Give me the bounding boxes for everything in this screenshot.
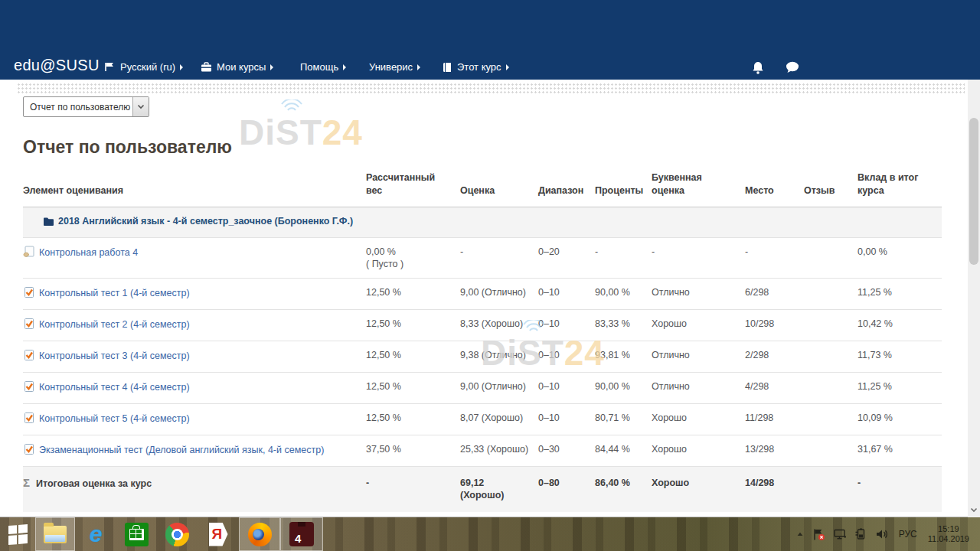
page-title: Отчет по пользователю [23, 137, 232, 158]
percent-value: 83,33 % [595, 310, 652, 341]
app-4-icon: 4 [289, 522, 314, 546]
percent-value: 90,00 % [595, 279, 652, 310]
file-explorer-icon [44, 526, 67, 543]
chevron-right-icon [270, 64, 273, 70]
chevron-down-icon [137, 104, 145, 109]
chevron-right-icon [506, 64, 509, 70]
windows-store-icon [125, 523, 149, 546]
contribution-value: - [858, 467, 942, 513]
windows-store-button[interactable] [116, 517, 156, 551]
chevron-right-icon [417, 64, 420, 70]
app-4-button[interactable]: 4 [280, 517, 323, 551]
firefox-icon [248, 523, 272, 546]
scrollbar-thumb[interactable] [969, 118, 978, 265]
flag-icon [105, 62, 116, 72]
letter-value: Хорошо [652, 310, 745, 341]
tray-expand-icon[interactable] [795, 530, 805, 539]
action-center-icon[interactable] [812, 528, 825, 541]
contribution-value: 0,00 % [858, 238, 942, 279]
table-row: Контрольная работа 4 0,00 %( Пусто ) - 0… [23, 238, 942, 279]
grade-value: - [460, 238, 538, 279]
percent-value: 80,71 % [595, 404, 652, 435]
contribution-value: 10,42 % [858, 310, 942, 341]
vertical-scrollbar[interactable] [968, 80, 980, 517]
yandex-browser-icon: Я [209, 523, 228, 546]
grade-item-link[interactable]: Контрольная работа 4 [39, 247, 138, 258]
feedback-value [804, 238, 858, 279]
language-indicator[interactable]: РУС [896, 529, 920, 540]
notifications-button[interactable] [752, 61, 764, 77]
feedback-value [804, 279, 858, 310]
grade-item-link[interactable]: Контрольный тест 5 (4-й семестр) [39, 413, 190, 424]
course-group-title: 2018 Английский язык - 4-й семестр_заочн… [58, 216, 353, 227]
range-value: 0–80 [538, 467, 595, 513]
letter-value: Хорошо [652, 467, 745, 513]
nav-univeris-label: Универис [369, 61, 413, 73]
range-value: 0–10 [538, 279, 595, 310]
nav-my-courses-menu[interactable]: Мои курсы [201, 61, 273, 73]
letter-value: Хорошо [652, 435, 745, 467]
network-icon[interactable] [833, 528, 847, 540]
table-row: Контрольный тест 3 (4-й семестр) 12,50 %… [23, 341, 942, 373]
yandex-browser-button[interactable]: Я [198, 517, 239, 551]
scrollbar-down-button[interactable] [969, 504, 978, 515]
rank-value: 6/298 [745, 279, 804, 310]
weight-value: 37,50 % [366, 443, 451, 455]
range-value: 0–30 [538, 435, 595, 467]
letter-value: Отлично [652, 373, 745, 404]
grade-item-link[interactable]: Контрольный тест 1 (4-й семестр) [39, 288, 190, 298]
select-dropdown-button[interactable] [132, 97, 149, 116]
letter-value: Отлично [652, 341, 745, 373]
weight-value: 12,50 % [366, 412, 451, 424]
rank-value: 2/298 [745, 341, 804, 373]
weight-value: - [366, 467, 460, 513]
bell-icon [752, 64, 764, 77]
table-row: Контрольный тест 5 (4-й семестр) 12,50 %… [23, 404, 942, 435]
start-button[interactable] [0, 517, 35, 551]
rank-value: 14/298 [745, 467, 804, 513]
quiz-icon [23, 318, 35, 333]
nav-this-course-menu[interactable]: Этот курс [443, 61, 509, 73]
messages-button[interactable] [786, 61, 799, 77]
weight-value: 12,50 % [366, 286, 451, 298]
grade-item-link[interactable]: Контрольный тест 4 (4-й семестр) [39, 382, 190, 393]
book-icon [443, 62, 452, 73]
sigma-icon: Σ [23, 476, 30, 489]
chrome-icon [165, 523, 189, 546]
report-type-select[interactable]: Отчет по пользователю [23, 96, 149, 117]
nav-help-menu[interactable]: Помощь [300, 61, 346, 73]
letter-value: - [652, 238, 745, 279]
range-value: 0–10 [538, 341, 595, 373]
feedback-value [804, 373, 858, 404]
watermark-text-orange: 24 [322, 112, 363, 152]
chrome-button[interactable] [156, 517, 198, 551]
rank-value: 10/298 [745, 310, 804, 341]
internet-explorer-icon: e [90, 523, 103, 546]
col-calculated-weight: Рассчитанный вес [366, 168, 460, 207]
taskbar-clock[interactable]: 15:19 11.04.2019 [928, 524, 972, 544]
battery-icon[interactable] [854, 528, 867, 540]
feedback-value [804, 435, 858, 467]
firefox-button[interactable] [239, 517, 280, 551]
internet-explorer-button[interactable]: e [75, 517, 116, 551]
percent-value: 84,44 % [595, 435, 652, 467]
chevron-right-icon [180, 64, 183, 70]
contribution-value: 11,25 % [858, 373, 942, 404]
col-rank: Место [745, 168, 804, 207]
col-contribution: Вклад в итог курса [858, 168, 942, 207]
percent-value: - [595, 238, 652, 279]
volume-icon[interactable] [875, 528, 888, 540]
site-logo[interactable]: edu@SUSU [14, 57, 100, 74]
file-explorer-button[interactable] [35, 517, 75, 551]
grade-item-link[interactable]: Экзаменационный тест (Деловой английский… [39, 445, 324, 455]
grade-value: 8,07 (Хорошо) [460, 404, 538, 435]
feedback-value [804, 310, 858, 341]
letter-value: Хорошо [652, 404, 745, 435]
grade-item-link[interactable]: Контрольный тест 3 (4-й семестр) [39, 350, 190, 361]
nav-language-menu[interactable]: Русский (ru) [105, 61, 183, 73]
nav-univeris-menu[interactable]: Универис [369, 61, 420, 73]
system-tray: РУС 15:19 11.04.2019 [795, 524, 980, 544]
chevron-down-icon [970, 507, 978, 513]
grade-item-link[interactable]: Контрольный тест 2 (4-й семестр) [39, 319, 190, 330]
rank-value: 11/298 [745, 404, 804, 435]
